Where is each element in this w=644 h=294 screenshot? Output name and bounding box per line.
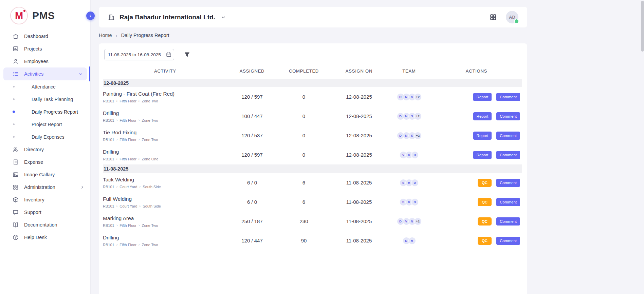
calendar-icon[interactable] <box>166 52 172 58</box>
team-avatar-more[interactable]: +2 <box>414 218 422 225</box>
qc-button[interactable]: QC <box>478 179 492 187</box>
table-row: Drilling RB101›Fifth Floor›Zone Two 120 … <box>103 231 522 250</box>
chevron-right-icon: › <box>116 33 117 38</box>
sidebar-collapse-button[interactable] <box>86 12 95 20</box>
sidebar-subitem-daily-progress-report[interactable]: Daily Progress Report <box>0 105 90 118</box>
sidebar-item-label: Support <box>24 210 41 215</box>
team-avatar[interactable]: D <box>411 179 419 187</box>
activity-location: RB101›Court Yard›South Side <box>103 204 227 208</box>
assigned-value: 6 / 0 <box>227 199 277 205</box>
location-segment: South Side <box>143 204 161 208</box>
administration-icon <box>12 184 19 191</box>
logo-letter: M <box>15 11 23 21</box>
sidebar-item-documentation[interactable]: Documentation <box>0 218 90 231</box>
sidebar-item-dashboard[interactable]: Dashboard <box>0 30 90 42</box>
qc-button[interactable]: QC <box>478 217 492 226</box>
qc-button[interactable]: QC <box>478 198 492 206</box>
sidebar-item-support[interactable]: Support <box>0 206 90 218</box>
chevron-right-icon: › <box>116 118 118 122</box>
team-avatar-more[interactable]: +2 <box>414 113 422 120</box>
column-header-actions: Actions <box>431 68 522 74</box>
comment-button[interactable]: Comment <box>496 217 520 226</box>
location-segment: Zone Two <box>142 118 158 122</box>
report-button[interactable]: Report <box>473 93 492 101</box>
chevron-right-icon: › <box>116 223 118 227</box>
assigned-value: 120 / 597 <box>227 152 277 158</box>
comment-button[interactable]: Comment <box>496 112 520 120</box>
sidebar-item-label: Administration <box>24 184 55 190</box>
sidebar-subitem-daily-expenses[interactable]: Daily Expenses <box>0 131 90 143</box>
table-row: Painting - First Coat (Fire Red) RB101›F… <box>103 87 522 106</box>
comment-button[interactable]: Comment <box>496 198 520 206</box>
location-segment: South Side <box>143 185 161 189</box>
row-actions: QCComment <box>431 198 522 206</box>
assign-on-value: 11-08-2025 <box>331 180 387 185</box>
location-segment: RB101 <box>103 118 114 122</box>
report-button[interactable]: Report <box>473 151 492 159</box>
team-avatar-more[interactable]: +2 <box>414 132 422 139</box>
sidebar-subitem-label: Project Report <box>32 122 62 127</box>
location-segment: Zone Two <box>142 223 158 228</box>
company-selector[interactable]: Raja Bahadur International Ltd. <box>108 14 226 21</box>
sidebar-item-employees[interactable]: Employees <box>0 55 90 67</box>
comment-button[interactable]: Comment <box>496 132 520 140</box>
app-name: PMS <box>32 10 55 21</box>
top-header-bar: Raja Bahadur International Ltd. AD <box>99 7 527 27</box>
column-header-completed: Completed <box>277 68 331 74</box>
activity-title: Tie Rod Fixing <box>103 130 227 136</box>
comment-button[interactable]: Comment <box>496 151 520 159</box>
sidebar-item-label: Inventory <box>24 197 44 202</box>
location-segment: Fifth Floor <box>119 99 136 103</box>
sidebar: M PMS Dashboard Projects Employees Activ… <box>0 0 91 294</box>
sidebar-item-label: Expense <box>24 159 43 165</box>
breadcrumb-home[interactable]: Home <box>99 33 112 38</box>
sidebar-subitem-daily-task-planning[interactable]: Daily Task Planning <box>0 93 90 105</box>
team-avatar-more[interactable]: +2 <box>414 93 422 101</box>
activity-cell: Tack Welding RB101›Court Yard›South Side <box>103 174 227 191</box>
comment-button[interactable]: Comment <box>496 93 520 101</box>
sidebar-item-administration[interactable]: Administration <box>0 181 90 193</box>
sidebar-item-expense[interactable]: Expense <box>0 156 90 168</box>
user-avatar[interactable]: AD <box>506 11 518 23</box>
apps-grid-button[interactable] <box>489 13 497 21</box>
report-button[interactable]: Report <box>473 112 492 120</box>
inventory-icon <box>12 196 19 203</box>
sidebar-item-label: Documentation <box>24 222 57 228</box>
qc-button[interactable]: QC <box>478 237 492 245</box>
chevron-right-icon: › <box>139 99 140 103</box>
logo-mark-icon: M <box>10 7 28 24</box>
row-actions: ReportComment <box>431 151 522 159</box>
sidebar-subitem-project-report[interactable]: Project Report <box>0 118 90 131</box>
filter-icon[interactable] <box>184 51 190 58</box>
sidebar-item-directory[interactable]: Directory <box>0 143 90 156</box>
comment-button[interactable]: Comment <box>496 237 520 245</box>
assigned-value: 120 / 447 <box>227 238 277 243</box>
sidebar-item-activities[interactable]: Activities <box>3 67 87 80</box>
activity-location: RB101›Court Yard›South Side <box>103 185 227 189</box>
sidebar-subitem-attendance[interactable]: Attendance <box>0 80 90 93</box>
team-avatar[interactable]: R <box>408 237 416 244</box>
scrollbar-thumb[interactable] <box>641 1 644 52</box>
comment-button[interactable]: Comment <box>496 179 520 187</box>
progress-table: Activity Assigned Completed Assign On Te… <box>99 63 527 250</box>
sidebar-subitem-label: Daily Expenses <box>32 134 65 140</box>
sidebar-item-inventory[interactable]: Inventory <box>0 193 90 206</box>
activity-location: RB101›Fifth Floor›Zone One <box>103 157 227 161</box>
grid-icon <box>489 13 497 21</box>
report-button[interactable]: Report <box>473 132 492 140</box>
sidebar-item-image-gallary[interactable]: Image Gallary <box>0 168 90 181</box>
chevron-right-icon: › <box>116 157 118 161</box>
team-avatar[interactable]: D <box>411 198 419 206</box>
team-avatars: DNS+2 <box>387 113 431 120</box>
sidebar-item-label: Help Desk <box>24 235 47 240</box>
bullet-dot-icon <box>13 86 15 87</box>
table-group-date: 12-08-2025 <box>103 79 522 87</box>
chevron-right-icon: › <box>116 99 118 103</box>
sidebar-item-projects[interactable]: Projects <box>0 42 90 55</box>
row-actions: ReportComment <box>431 112 522 120</box>
team-avatar[interactable]: D <box>411 151 419 159</box>
date-range-input[interactable] <box>104 49 174 60</box>
page-scrollbar[interactable] <box>641 0 644 294</box>
sidebar-item-help-desk[interactable]: Help Desk <box>0 231 90 243</box>
documentation-icon <box>12 221 19 228</box>
